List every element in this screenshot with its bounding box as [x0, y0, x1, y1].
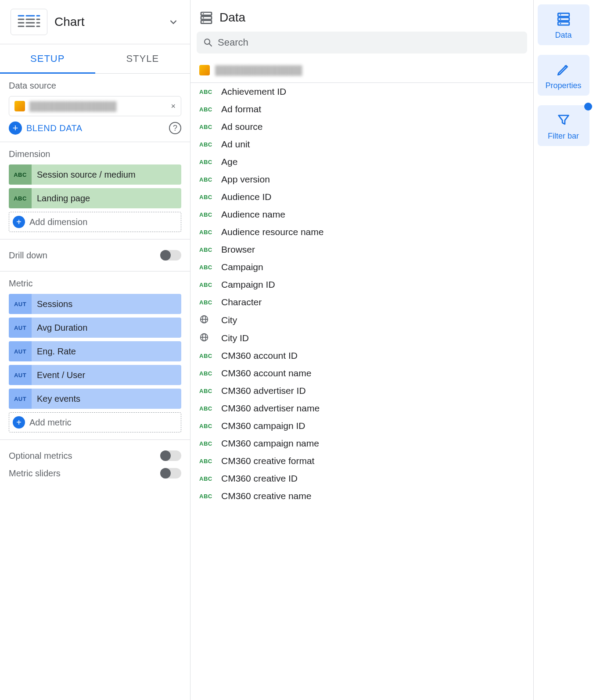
help-icon[interactable]: ?: [169, 122, 181, 134]
tab-style[interactable]: STYLE: [95, 44, 190, 74]
field-item[interactable]: ABCAd unit: [190, 136, 533, 153]
add-metric-button[interactable]: + Add metric: [9, 412, 181, 432]
chevron-down-icon: [167, 16, 180, 28]
abc-type-badge: ABC: [199, 159, 215, 165]
data-panel-title: Data: [219, 11, 245, 25]
svg-point-15: [203, 13, 204, 14]
data-icon: [556, 11, 571, 26]
field-item[interactable]: ABCCM360 creative name: [190, 487, 533, 505]
field-item[interactable]: ABCCharacter: [190, 293, 533, 311]
abc-badge: ABC: [9, 164, 32, 185]
rail-properties-button[interactable]: Properties: [538, 55, 589, 96]
field-item[interactable]: ABCCM360 advertiser name: [190, 400, 533, 417]
field-item[interactable]: ABCCampaign ID: [190, 276, 533, 293]
tab-setup[interactable]: SETUP: [0, 44, 95, 74]
add-metric-label: Add metric: [29, 418, 72, 428]
field-label: CM360 account ID: [221, 350, 298, 361]
plus-icon: +: [9, 121, 22, 135]
abc-type-badge: ABC: [199, 194, 215, 200]
metric-chip[interactable]: AUTSessions: [9, 294, 181, 314]
abc-type-badge: ABC: [199, 493, 215, 500]
metric-chip[interactable]: AUTAvg Duration: [9, 318, 181, 338]
svg-point-16: [203, 17, 204, 18]
field-item[interactable]: ABCCM360 advertiser ID: [190, 382, 533, 400]
field-item[interactable]: ABCCM360 campaign name: [190, 435, 533, 452]
field-item[interactable]: ABCAudience resource name: [190, 223, 533, 241]
abc-type-badge: ABC: [199, 440, 215, 447]
abc-type-badge: ABC: [199, 458, 215, 464]
abc-type-badge: ABC: [199, 124, 215, 130]
abc-type-badge: ABC: [199, 282, 215, 288]
dimension-chip[interactable]: ABCSession source / medium: [9, 164, 181, 185]
field-label: Audience ID: [221, 192, 271, 202]
svg-point-31: [560, 23, 561, 24]
field-item[interactable]: City ID: [190, 329, 533, 347]
svg-line-19: [209, 44, 212, 46]
aut-badge: AUT: [9, 389, 32, 409]
chart-type-label: Chart: [54, 15, 160, 29]
metric-chip-label: Sessions: [32, 299, 181, 309]
field-item[interactable]: ABCCM360 campaign ID: [190, 417, 533, 435]
field-item[interactable]: ABCCM360 account ID: [190, 347, 533, 364]
metric-chip[interactable]: AUTEng. Rate: [9, 341, 181, 361]
dimension-chip-label: Landing page: [32, 193, 181, 204]
add-dimension-button[interactable]: + Add dimension: [9, 212, 181, 232]
field-label: Ad format: [221, 104, 261, 114]
field-item[interactable]: ABCAchievement ID: [190, 83, 533, 100]
blend-data-button[interactable]: BLEND DATA: [26, 123, 165, 133]
optional-metrics-label: Optional metrics: [9, 451, 72, 461]
metric-chip[interactable]: AUTEvent / User: [9, 365, 181, 385]
drill-down-toggle[interactable]: [160, 250, 181, 261]
field-item[interactable]: ABCAudience ID: [190, 188, 533, 206]
aut-badge: AUT: [9, 294, 32, 314]
field-item[interactable]: ABCAd format: [190, 100, 533, 118]
svg-point-29: [560, 14, 561, 15]
field-item[interactable]: ABCBrowser: [190, 241, 533, 258]
dimension-chip[interactable]: ABCLanding page: [9, 188, 181, 208]
search-input[interactable]: Search: [197, 32, 527, 54]
field-item[interactable]: ABCAge: [190, 153, 533, 171]
field-item[interactable]: ABCCM360 account name: [190, 364, 533, 382]
abc-type-badge: ABC: [199, 89, 215, 95]
metric-chip-label: Key events: [32, 394, 181, 404]
field-item[interactable]: ABCCM360 creative ID: [190, 470, 533, 487]
field-item[interactable]: City: [190, 311, 533, 329]
data-source-selector[interactable]: ██████████████ ×: [9, 96, 181, 116]
svg-rect-28: [558, 22, 569, 25]
metric-sliders-label: Metric sliders: [9, 468, 61, 479]
optional-metrics-toggle[interactable]: [160, 450, 181, 461]
field-label: CM360 advertiser name: [221, 403, 320, 414]
metric-sliders-toggle[interactable]: [160, 468, 181, 479]
field-label: Character: [221, 297, 262, 307]
abc-badge: ABC: [9, 188, 32, 208]
metric-chip[interactable]: AUTKey events: [9, 389, 181, 409]
aut-badge: AUT: [9, 318, 32, 338]
field-label: Browser: [221, 244, 255, 255]
dimension-label: Dimension: [9, 149, 181, 159]
chart-type-selector[interactable]: Chart: [0, 0, 190, 44]
field-item[interactable]: ABCAudience name: [190, 206, 533, 223]
rail-properties-label: Properties: [545, 81, 581, 90]
globe-icon: [199, 332, 215, 343]
data-source-row[interactable]: ██████████████: [190, 58, 533, 83]
rail-data-button[interactable]: Data: [538, 4, 589, 45]
dimension-chip-label: Session source / medium: [32, 170, 181, 180]
field-label: Achievement ID: [221, 86, 286, 97]
field-label: CM360 campaign name: [221, 438, 319, 449]
abc-type-badge: ABC: [199, 370, 215, 377]
svg-rect-27: [558, 18, 569, 21]
rail-filterbar-button[interactable]: Filter bar: [538, 105, 589, 146]
field-item[interactable]: ABCAd source: [190, 118, 533, 136]
field-item[interactable]: ABCCM360 creative format: [190, 452, 533, 470]
field-label: Audience name: [221, 209, 285, 220]
abc-type-badge: ABC: [199, 405, 215, 412]
field-item[interactable]: ABCCampaign: [190, 258, 533, 276]
field-item[interactable]: ABCApp version: [190, 171, 533, 188]
field-label: Age: [221, 157, 237, 167]
svg-rect-14: [201, 21, 212, 24]
abc-type-badge: ABC: [199, 176, 215, 183]
field-label: Ad source: [221, 121, 263, 132]
search-icon: [203, 37, 213, 48]
data-source-clear-button[interactable]: ×: [171, 102, 176, 111]
table-chart-icon: [11, 9, 47, 35]
